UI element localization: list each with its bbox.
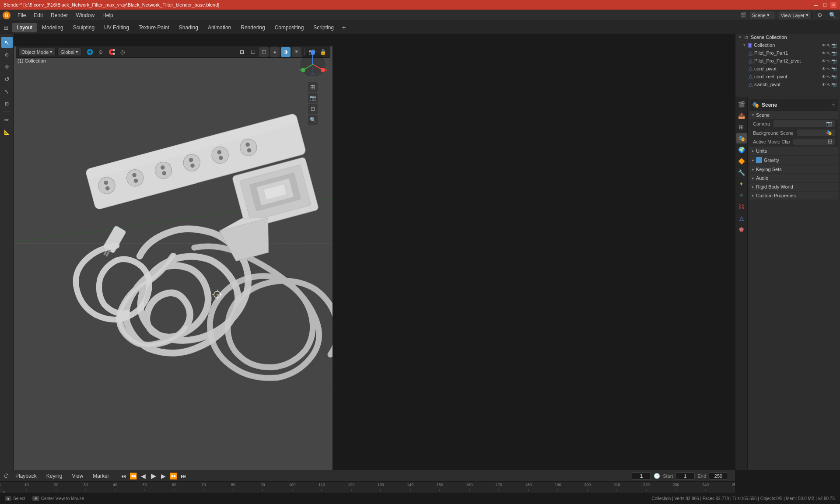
tab-texture-paint[interactable]: Texture Paint [134, 23, 174, 32]
current-frame-display[interactable]: 1 [632, 472, 651, 480]
v-icon2[interactable]: 👁 [822, 59, 826, 63]
physics-props-icon[interactable]: ⚛ [736, 190, 747, 200]
v-icon1[interactable]: 👁 [822, 51, 826, 56]
visibility-icon[interactable]: 👁 [822, 43, 826, 48]
viewport[interactable]: User Perspective (Local) (1) Collection [14, 46, 332, 470]
data-props-icon[interactable]: △ [736, 213, 747, 223]
r-icon1[interactable]: 📷 [831, 51, 836, 56]
move-tool[interactable]: ✛ [1, 61, 13, 73]
view-menu[interactable]: View [68, 472, 87, 480]
r-icon4[interactable]: 📷 [831, 74, 836, 79]
prev-frame-btn[interactable]: ⏪ [129, 472, 138, 480]
r-icon2[interactable]: 📷 [831, 59, 836, 63]
s-icon4[interactable]: ↖ [827, 74, 830, 79]
view-layer-props-icon[interactable]: ⊞ [736, 122, 747, 132]
overlay-toggle[interactable]: ⊡ [237, 47, 247, 57]
end-frame[interactable]: 250 [709, 472, 728, 480]
render-icon[interactable]: 📷 [831, 43, 836, 48]
start-frame[interactable]: 1 [676, 472, 695, 480]
select-tool[interactable]: ↖ [1, 37, 13, 48]
xray-toggle[interactable]: ☐ [248, 47, 258, 57]
next-frame-btn[interactable]: ⏩ [169, 472, 178, 480]
material-props-icon[interactable]: ⬟ [736, 224, 747, 234]
maximize-button[interactable]: ☐ [822, 2, 828, 8]
keying-menu[interactable]: Keying [43, 472, 66, 480]
keying-sets-header[interactable]: ▸ Keying Sets [749, 165, 838, 173]
s-icon1[interactable]: ↖ [827, 51, 830, 56]
playback-menu[interactable]: Playback [12, 472, 40, 480]
v-icon4[interactable]: 👁 [822, 74, 826, 79]
menu-edit[interactable]: Edit [30, 11, 46, 19]
gravity-header[interactable]: ▸ Gravity [749, 156, 838, 164]
window-controls[interactable]: — ☐ ✕ [813, 2, 836, 8]
editor-type-btn[interactable]: ⊞ [4, 24, 9, 31]
tl-type[interactable]: ⏱ [4, 472, 9, 479]
render-props-icon[interactable]: 🎬 [736, 99, 747, 109]
tab-layout[interactable]: Layout [12, 23, 37, 32]
jump-start-btn[interactable]: ⏮ [119, 472, 128, 480]
tab-modeling[interactable]: Modeling [38, 23, 68, 32]
outliner-item-part2[interactable]: △ Pilot_Pro_Part2_pivot 👁 ↖ 📷 [735, 57, 840, 65]
camera-pick-icon[interactable]: 📷 [826, 121, 832, 126]
output-props-icon[interactable]: 📤 [736, 110, 747, 121]
tab-compositing[interactable]: Compositing [270, 23, 308, 32]
v-icon3[interactable]: 👁 [822, 66, 826, 71]
particles-props-icon[interactable]: ✦ [736, 178, 747, 189]
info-icon[interactable]: ⚙ [814, 10, 826, 21]
scale-tool[interactable]: ⤡ [1, 86, 13, 97]
outliner-item-switch[interactable]: △ switch_pivot 👁 ↖ 📷 [735, 80, 840, 88]
outliner-item-part1[interactable]: △ Pilot_Pro_Part1 👁 ↖ 📷 [735, 49, 840, 57]
units-header[interactable]: ▸ Units [749, 147, 838, 155]
s-icon2[interactable]: ↖ [827, 59, 830, 63]
auto-merge-icon[interactable]: ◎ [118, 47, 127, 57]
s-icon5[interactable]: ↖ [827, 82, 830, 87]
material-shading[interactable]: ◑ [281, 47, 290, 57]
solid-shading[interactable]: ● [270, 47, 280, 57]
annotate-tool[interactable]: ✏ [1, 114, 13, 126]
menu-help[interactable]: Help [99, 11, 117, 19]
wireframe-shading[interactable]: ◫ [259, 47, 269, 57]
add-tab-button[interactable]: + [339, 23, 349, 32]
tab-scripting[interactable]: Scripting [309, 23, 338, 32]
menu-file[interactable]: File [14, 11, 29, 19]
minimize-button[interactable]: — [813, 2, 819, 8]
gravity-checkbox[interactable] [756, 157, 762, 163]
marker-menu[interactable]: Marker [89, 472, 112, 480]
tab-rendering[interactable]: Rendering [236, 23, 269, 32]
modifier-props-icon[interactable]: 🔧 [736, 167, 747, 178]
r-icon3[interactable]: 📷 [831, 66, 836, 71]
outliner-item-scene-collection[interactable]: ▾ 🗂 Scene Collection [735, 33, 840, 41]
close-button[interactable]: ✕ [830, 2, 836, 8]
cursor-tool[interactable]: ⊕ [1, 49, 13, 60]
audio-header[interactable]: ▸ Audio [749, 174, 838, 182]
bg-scene-value[interactable]: 🎭 [797, 130, 835, 136]
outliner-item-cord-reel[interactable]: △ cord_reel_pivot 👁 ↖ 📷 [735, 73, 840, 80]
r-icon5[interactable]: 📷 [831, 82, 836, 87]
tab-uv-editing[interactable]: UV Editing [100, 23, 133, 32]
object-props-icon[interactable]: 🔶 [736, 156, 747, 166]
next-keyframe-btn[interactable]: ▶ [159, 472, 168, 480]
scene-selector[interactable]: Scene ▾ [749, 11, 775, 19]
measure-tool[interactable]: 📐 [1, 126, 13, 138]
search-icon[interactable]: 🔍 [827, 10, 838, 21]
local-view-icon[interactable]: 🌐 [85, 47, 94, 57]
prev-keyframe-btn[interactable]: ◀ [139, 472, 148, 480]
object-mode-dropdown[interactable]: Object Mode ▾ [18, 48, 56, 56]
snap-icon[interactable]: 🧲 [107, 47, 116, 57]
bg-scene-icon[interactable]: 🎭 [826, 130, 832, 136]
menu-window[interactable]: Window [72, 11, 98, 19]
view-layer-selector[interactable]: View Layer ▾ [778, 11, 812, 19]
outliner-item-cord[interactable]: △ cord_pivot 👁 ↖ 📷 [735, 65, 840, 73]
rotate-tool[interactable]: ↺ [1, 74, 13, 85]
clip-icon[interactable]: 🎞 [827, 139, 832, 144]
outliner-item-collection[interactable]: ▾ ▣ Collection 👁 ↖ 📷 [735, 41, 840, 49]
render-region-icon[interactable]: ⊡ [308, 104, 318, 114]
rigid-body-header[interactable]: ▸ Rigid Body World [749, 183, 838, 191]
constraints-props-icon[interactable]: ⛓ [736, 201, 747, 212]
camera-value[interactable]: 📷 [774, 120, 835, 127]
custom-props-header[interactable]: ▸ Custom Properties [749, 192, 838, 200]
tab-shading[interactable]: Shading [175, 23, 203, 32]
proportional-icon[interactable]: ⊙ [96, 47, 105, 57]
props-menu-icon[interactable]: ☰ [831, 102, 836, 108]
snap-view-icon[interactable]: ⊞ [308, 82, 318, 92]
